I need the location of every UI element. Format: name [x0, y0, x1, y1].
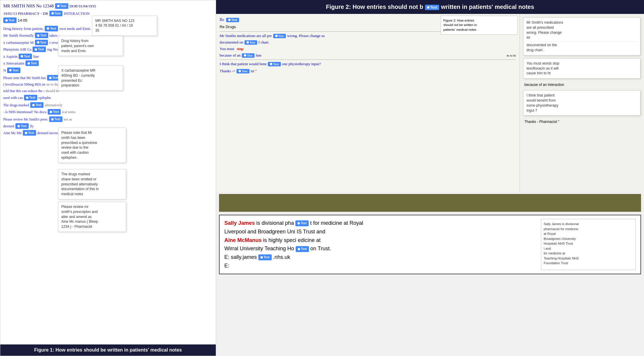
meds-wrong-line2: documented on Text f chart.: [220, 40, 516, 45]
sally-line1: Sally James is divisional pha Text t for…: [224, 219, 537, 227]
wirral-uni: Wirral University Teaching Ho: [224, 246, 294, 251]
patient-header-row: MR SMITH NHS No 12348 Text DOB 01/04/193…: [3, 3, 213, 9]
quinolone-text4: used with cau: [3, 95, 23, 100]
mr-smith-text: Mr Smith Normally: [3, 33, 34, 39]
tooltip-physio: I think that patient would beneht from s…: [523, 90, 640, 116]
review-rest1: not as: [64, 117, 72, 122]
quinolone-rest3: t should be: [44, 88, 59, 94]
aine-name: Aine McManus: [224, 237, 262, 243]
m-to-ht: m to ht: [507, 54, 516, 57]
text-badge-meds2[interactable]: Text: [244, 40, 257, 45]
text-badge-sally1[interactable]: Text: [295, 220, 309, 226]
text-badge-re[interactable]: Text: [226, 18, 239, 22]
tooltip-carb: X carbamazepine MR 400mg BD - currently …: [58, 65, 123, 91]
left-caption-bar: Figure 1: How entries should be written …: [0, 344, 216, 356]
aspirin-text: x Aspirin: [3, 54, 17, 60]
dob: DOB 01/04/1935: [70, 3, 96, 9]
phenytoin-text: Phenytoin AIR Ca: [3, 46, 31, 52]
rule2: [220, 60, 516, 60]
text-badge-meds1[interactable]: Text: [273, 34, 286, 38]
date-line: 19/01/13 PHARMACY - DR: [3, 11, 48, 17]
text-badge-5[interactable]: Text: [35, 33, 48, 38]
quinolone-rest2: ue to the: [46, 82, 59, 87]
email2-prefix: E:: [224, 263, 229, 269]
text-badge-14[interactable]: Text: [48, 109, 61, 115]
drugs-marked-rest1: alternatively: [45, 102, 62, 108]
quinolone-text2: ( levofloxacin 500mg BD) on: [3, 82, 45, 87]
sally-desc1: is divisional pha: [256, 220, 294, 226]
text-badge-title[interactable]: Text: [425, 5, 439, 10]
simva-text: x Simvastatin: [3, 60, 24, 66]
text-badge-3[interactable]: Text: [3, 17, 17, 23]
email-suffix: .nhs.uk: [273, 254, 290, 260]
nkoa-text: N: [3, 68, 6, 73]
text-badge-13[interactable]: Text: [30, 102, 44, 108]
right-main-content: Figure 2: How entries should not be writ…: [216, 14, 644, 192]
sally-line6: E:: [224, 262, 537, 270]
quinolone-rest4: epilephn: [38, 95, 51, 100]
email-prefix: E: sally.james: [224, 254, 257, 260]
drugs-marked-line2: - is NHS intentional? No docu Text ical …: [3, 109, 213, 115]
text-badge-10[interactable]: Text: [7, 68, 20, 73]
tooltip-quinolone: Please note that Mr smith has been presc…: [58, 128, 126, 163]
text-badge-4[interactable]: Text: [45, 26, 58, 31]
olive-divider-bar: [219, 194, 641, 212]
drugs-marked-rest2: ical notes: [62, 109, 75, 115]
tooltip-drugs-marked: The drugs marked xhave been omitted or p…: [58, 169, 126, 199]
text-badge-9[interactable]: Text: [25, 60, 39, 66]
sally-line3: Aine McManus is highly speci edicine at: [224, 236, 537, 245]
text-badge-thanks[interactable]: Text: [236, 69, 249, 73]
carb-text: x carbamazepine M: [3, 40, 34, 46]
re-prefix: Re: [220, 17, 224, 22]
text-badge-1[interactable]: Text: [55, 3, 68, 9]
text-badge-17[interactable]: Text: [23, 130, 36, 136]
sally-content-flex: Sally James is divisional pha Text t for…: [224, 219, 636, 270]
tooltip-you-must: You must words stop levofloxacin as it w…: [523, 58, 640, 78]
left-caption-text: Figure 1: How entries should be written …: [34, 347, 182, 352]
text-badge-sally2[interactable]: Text: [296, 246, 309, 252]
review-text1: Please review Mr Smith's presc: [3, 117, 48, 122]
review-text3: Aine Mc Mn: [3, 130, 22, 136]
wirral-rest: on Trust.: [310, 246, 331, 251]
stop-text: stop: [237, 46, 244, 51]
because-line: because of an Text han m to ht: [220, 53, 516, 58]
physio-line: I think that patient would bene Text one…: [220, 62, 516, 66]
tooltip-header-1: MR SMITH NAS NO 123 4 56 78 008 01 / 04 …: [92, 16, 157, 36]
tooltip-meds-wrong: Mr Smith's medications are all prescribe…: [523, 17, 640, 55]
quinolone-text3: told that this can reduce the: [3, 88, 42, 94]
because-tooltip: because of an interaction: [523, 81, 640, 88]
figure2-mini-tooltip: Figure 2: How entries should not be writ…: [441, 16, 518, 35]
right-tooltip-area: Mr Smith's medications are all prescribe…: [520, 14, 644, 192]
drugs-marked-line1: The drugs marked Text alternatively: [3, 102, 213, 108]
sally-line5: E: sally.james Text .nhs.uk: [224, 253, 537, 262]
sally-uni1: Liverpool and Broadgreen Uni: [224, 229, 295, 235]
text-badge-2[interactable]: Text: [49, 11, 63, 16]
tooltip-drug-history: Drug history from patient, parent's own …: [58, 36, 123, 56]
tooltip-review: Please review mr smith's prescripton and…: [58, 202, 126, 232]
quinolone-line4: used with cau Text epilephn: [3, 95, 213, 100]
thanks-line: Thanks -> Text ist ": [220, 69, 516, 73]
drugs-marked-text2: - is NHS intentional? No docu: [3, 109, 46, 115]
review-text2: deemed: [3, 124, 14, 129]
review-line1: Please review Mr Smith's presc Text not …: [3, 116, 213, 122]
text-badge-physio[interactable]: Text: [268, 62, 281, 66]
sally-line2: Liverpool and Broadgreen Uni IS Trust an…: [224, 227, 537, 236]
text-badge-12[interactable]: Text: [24, 95, 37, 100]
sally-desc2: t for medicine at Royal: [310, 220, 363, 226]
text-badge-because[interactable]: Text: [242, 53, 255, 58]
right-title-text: Figure 2: How entries should not b: [326, 4, 423, 10]
thanks-tooltip: Thanks - Pharmacist ": [523, 118, 640, 125]
aspirin-rest: line: [33, 54, 39, 60]
sally-name: Sally James: [224, 220, 255, 226]
text-badge-8[interactable]: Text: [19, 54, 32, 59]
text-badge-15[interactable]: Text: [49, 116, 62, 122]
sally-trust1: IS Trust and: [297, 229, 325, 235]
phenytoin-rest: mg No: [47, 46, 58, 52]
text-badge-sally3[interactable]: Text: [258, 254, 272, 260]
interaction-label: INTERACTION: [64, 11, 89, 17]
aine-desc: is highly speci: [263, 237, 296, 243]
text-badge-6[interactable]: Text: [35, 40, 48, 45]
text-badge-16[interactable]: Text: [15, 123, 29, 129]
text-badge-7[interactable]: Text: [33, 46, 46, 52]
patient-name: MR SMITH NHS No 12348: [3, 3, 54, 9]
